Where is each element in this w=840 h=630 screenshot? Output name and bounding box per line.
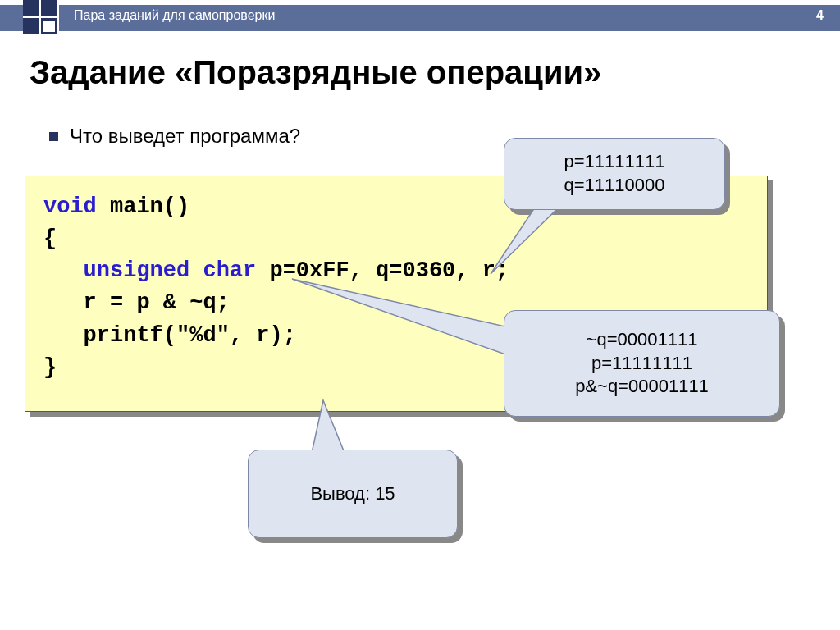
callout-and-result: ~q=00001111 p=11111111 p&~q=00001111 bbox=[504, 310, 780, 417]
svg-marker-1 bbox=[292, 279, 505, 354]
bullet-icon bbox=[49, 132, 58, 141]
callout-tail-icon bbox=[305, 399, 363, 456]
page-title: Задание «Поразрядные операции» bbox=[30, 54, 601, 91]
keyword-void: void bbox=[43, 194, 97, 219]
code-text bbox=[189, 258, 203, 283]
bullet-item: Что выведет программа? bbox=[49, 125, 300, 148]
code-text: } bbox=[43, 355, 57, 380]
callout-line: Вывод: 15 bbox=[310, 482, 395, 506]
code-text: { bbox=[43, 226, 57, 251]
callout-tail-icon bbox=[487, 203, 569, 277]
page-number: 4 bbox=[816, 8, 824, 23]
svg-marker-2 bbox=[312, 400, 345, 453]
callout-line: ~q=00001111 bbox=[587, 328, 698, 352]
slide: Пара заданий для самопроверки 4 Задание … bbox=[0, 0, 840, 630]
callout-line: p=11111111 bbox=[564, 150, 665, 174]
keyword-unsigned: unsigned bbox=[84, 258, 190, 283]
breadcrumb: Пара заданий для самопроверки bbox=[74, 8, 275, 23]
logo-icon bbox=[23, 0, 59, 36]
callout-line: q=11110000 bbox=[564, 174, 665, 198]
callout-line: p=11111111 bbox=[591, 352, 692, 376]
keyword-char: char bbox=[203, 258, 256, 283]
callout-output: Вывод: 15 bbox=[248, 450, 458, 538]
code-text: r = p & ~q; bbox=[43, 290, 230, 315]
callout-p-q-binary: p=11111111 q=11110000 bbox=[504, 138, 725, 210]
bullet-text: Что выведет программа? bbox=[70, 125, 300, 148]
callout-tail-icon bbox=[290, 277, 536, 359]
code-text: main() bbox=[97, 194, 189, 219]
code-text: printf("%d", r); bbox=[43, 323, 296, 348]
svg-marker-0 bbox=[491, 205, 561, 274]
callout-line: p&~q=00001111 bbox=[575, 375, 709, 399]
